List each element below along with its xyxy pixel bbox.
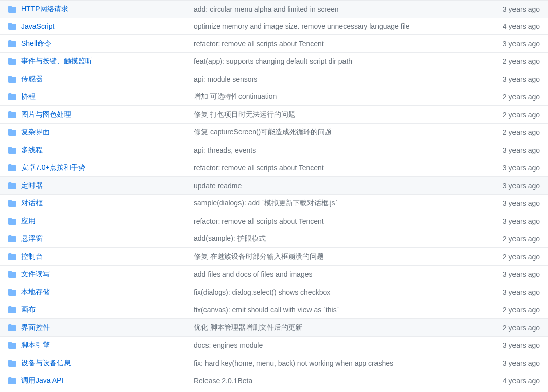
commit-message-link[interactable]: feat(app): supports changing default scr… — [194, 57, 352, 65]
commit-message: update readme — [194, 182, 479, 190]
commit-message: add(sample): 护眼模式 — [194, 234, 479, 243]
file-age: 3 years ago — [479, 288, 540, 296]
commit-message-link[interactable]: refactor: remove all scripts about Tence… — [194, 217, 324, 225]
file-name-link[interactable]: 控制台 — [21, 252, 43, 260]
file-list: HTTP网络请求add: circular menu alpha and lim… — [0, 0, 548, 389]
file-name-link[interactable]: HTTP网络请求 — [21, 5, 68, 13]
folder-icon — [8, 341, 16, 349]
table-row: 安卓7.0+点按和手势refactor: remove all scripts … — [0, 159, 548, 176]
file-name-link[interactable]: 定时器 — [21, 181, 43, 189]
commit-message: add files and docs of files and images — [194, 270, 479, 278]
file-name-link[interactable]: 多线程 — [21, 146, 43, 154]
commit-message-link[interactable]: api: threads, events — [194, 146, 256, 154]
file-name-link[interactable]: 界面控件 — [21, 323, 50, 331]
commit-message: fix(dialogs): dialog.select() shows chec… — [194, 288, 479, 296]
commit-message-link[interactable]: refactor: remove all scripts about Tence… — [194, 164, 324, 172]
commit-message: api: threads, events — [194, 146, 479, 154]
commit-message-link[interactable]: add files and docs of files and images — [194, 270, 312, 278]
file-name-link[interactable]: 复杂界面 — [21, 128, 50, 136]
commit-message-link[interactable]: fix(dialogs): dialog.select() shows chec… — [194, 288, 330, 296]
file-age: 4 years ago — [479, 377, 540, 385]
folder-icon — [8, 199, 16, 207]
commit-message-link[interactable]: 增加 可选特性continuation — [194, 92, 277, 100]
commit-message-link[interactable]: optimize memory and image size. remove u… — [194, 22, 410, 30]
file-age: 2 years ago — [479, 306, 540, 314]
commit-message: Release 2.0.1Beta — [194, 377, 479, 385]
file-name: 本地存储 — [21, 288, 194, 297]
file-name-link[interactable]: 画布 — [21, 305, 36, 313]
commit-message-link[interactable]: 优化 脚本管理器增删文件后的更新 — [194, 323, 302, 331]
table-row: 文件读写add files and docs of files and imag… — [0, 265, 548, 283]
commit-message-link[interactable]: 修复 在魅族设备时部分输入框崩溃的问题 — [194, 252, 324, 260]
file-age: 2 years ago — [479, 235, 540, 243]
file-name: JavaScript — [21, 22, 194, 30]
commit-message: 修复 captureScreen()可能造成死循环的问题 — [194, 128, 479, 137]
table-row: 设备与设备信息fix: hard key(home, menu, back) n… — [0, 354, 548, 372]
commit-message: api: module sensors — [194, 75, 479, 83]
commit-message-link[interactable]: refactor: remove all scripts about Tence… — [194, 40, 324, 48]
file-name: 复杂界面 — [21, 128, 194, 137]
commit-message-link[interactable]: api: module sensors — [194, 75, 257, 83]
table-row: 控制台修复 在魅族设备时部分输入框崩溃的问题2 years ago — [0, 247, 548, 265]
file-name-link[interactable]: 传感器 — [21, 75, 43, 83]
folder-icon — [8, 75, 16, 83]
file-age: 2 years ago — [479, 253, 540, 261]
folder-icon — [8, 57, 16, 65]
commit-message: feat(app): supports changing default scr… — [194, 57, 479, 65]
file-name-link[interactable]: 事件与按键、触摸监听 — [21, 57, 92, 65]
file-name-link[interactable]: 应用 — [21, 217, 36, 225]
commit-message: sample(dialogs): add `模拟更新下载对话框.js` — [194, 199, 479, 208]
file-name: 安卓7.0+点按和手势 — [21, 163, 194, 172]
file-name-link[interactable]: 安卓7.0+点按和手势 — [21, 163, 85, 171]
folder-icon — [8, 324, 16, 332]
file-age: 3 years ago — [479, 164, 540, 172]
table-row: Shell命令refactor: remove all scripts abou… — [0, 34, 548, 52]
table-row: 传感器api: module sensors3 years ago — [0, 70, 548, 88]
file-name: 定时器 — [21, 181, 194, 190]
file-name-link[interactable]: Shell命令 — [21, 39, 51, 47]
file-name: 图片与图色处理 — [21, 110, 194, 119]
folder-icon — [8, 235, 16, 243]
file-age: 3 years ago — [479, 146, 540, 154]
commit-message-link[interactable]: Release 2.0.1Beta — [194, 377, 252, 385]
table-row: JavaScriptoptimize memory and image size… — [0, 18, 548, 34]
commit-message-link[interactable]: sample(dialogs): add `模拟更新下载对话框.js` — [194, 199, 337, 207]
folder-icon — [8, 128, 16, 136]
file-name-link[interactable]: 本地存储 — [21, 288, 50, 296]
file-name-link[interactable]: 脚本引擎 — [21, 341, 50, 349]
file-age: 3 years ago — [479, 182, 540, 190]
commit-message-link[interactable]: 修复 打包项目时无法运行的问题 — [194, 110, 295, 118]
commit-message-link[interactable]: docs: engines module — [194, 341, 263, 349]
file-name: 事件与按键、触摸监听 — [21, 57, 194, 66]
file-name: 协程 — [21, 92, 194, 101]
commit-message-link[interactable]: update readme — [194, 182, 242, 190]
commit-message: 修复 打包项目时无法运行的问题 — [194, 110, 479, 119]
commit-message-link[interactable]: add(sample): 护眼模式 — [194, 234, 266, 242]
file-name: 悬浮窗 — [21, 234, 194, 243]
file-name-link[interactable]: JavaScript — [21, 22, 54, 30]
commit-message: 优化 脚本管理器增删文件后的更新 — [194, 323, 479, 332]
folder-icon — [8, 182, 16, 190]
file-age: 2 years ago — [479, 93, 540, 101]
commit-message-link[interactable]: add: circular menu alpha and limited in … — [194, 5, 339, 13]
file-name: 应用 — [21, 217, 194, 226]
file-name-link[interactable]: 对话框 — [21, 199, 43, 207]
file-name-link[interactable]: 设备与设备信息 — [21, 359, 71, 367]
file-name: 脚本引擎 — [21, 341, 194, 350]
commit-message-link[interactable]: 修复 captureScreen()可能造成死循环的问题 — [194, 128, 332, 136]
folder-icon — [8, 111, 16, 119]
commit-message: refactor: remove all scripts about Tence… — [194, 40, 479, 48]
file-name-link[interactable]: 悬浮窗 — [21, 234, 43, 242]
file-name-link[interactable]: 文件读写 — [21, 270, 50, 278]
file-name-link[interactable]: 协程 — [21, 92, 36, 100]
table-row: 协程增加 可选特性continuation2 years ago — [0, 88, 548, 105]
file-name-link[interactable]: 调用Java API — [21, 376, 63, 384]
table-row: 对话框sample(dialogs): add `模拟更新下载对话框.js`3 … — [0, 194, 548, 212]
file-age: 3 years ago — [479, 199, 540, 207]
file-name-link[interactable]: 图片与图色处理 — [21, 110, 71, 118]
commit-message-link[interactable]: fix: hard key(home, menu, back) not work… — [194, 359, 393, 367]
commit-message-link[interactable]: fix(canvas): emit should call with view … — [194, 306, 339, 314]
table-row: 事件与按键、触摸监听feat(app): supports changing d… — [0, 52, 548, 70]
file-age: 3 years ago — [479, 5, 540, 13]
commit-message: optimize memory and image size. remove u… — [194, 22, 479, 30]
